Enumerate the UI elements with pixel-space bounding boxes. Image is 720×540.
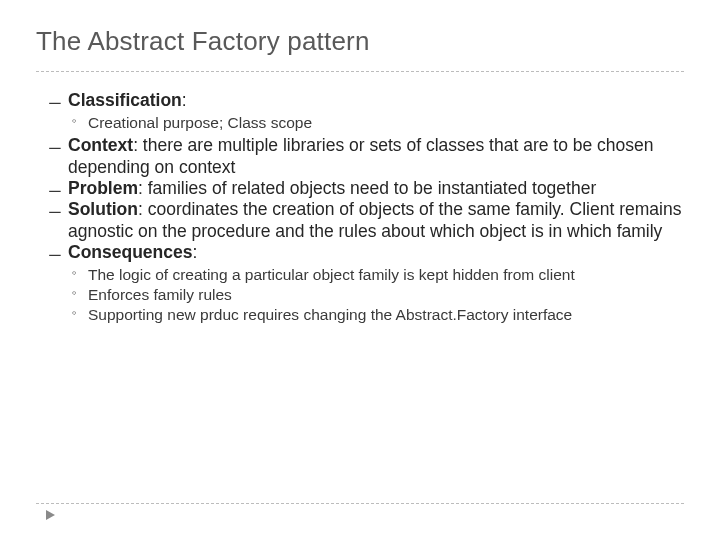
context-body: : there are multiple libraries or sets o… [68,135,654,176]
slide: The Abstract Factory pattern ─ Classific… [0,0,720,347]
classification-sub-0: ◦ Creational purpose; Class scope [72,113,684,133]
bullet-solution: ─ Solution: coordinates the creation of … [48,199,684,242]
divider-bottom [36,503,684,504]
sub-bullet-icon: ◦ [72,113,77,130]
consequences-sublist: ◦ The logic of creating a particular obj… [48,265,684,324]
bullet-icon: ─ [44,181,66,201]
sub-bullet-icon: ◦ [72,285,77,302]
sub-bullet-icon: ◦ [72,265,77,282]
bullet-icon: ─ [44,93,66,113]
consequences-sub-2-text: Supporting new prduc requires changing t… [88,306,572,323]
bullet-problem: ─ Problem: families of related objects n… [48,178,684,199]
bullet-context: ─ Context: there are multiple libraries … [48,135,684,178]
problem-label: Problem [68,178,138,198]
consequences-sub-0: ◦ The logic of creating a particular obj… [72,265,684,285]
consequences-colon: : [192,242,197,262]
sub-bullet-icon: ◦ [72,305,77,322]
bullet-classification: ─ Classification: [48,90,684,111]
bullet-icon: ─ [44,138,66,158]
slide-content: ─ Classification: ◦ Creational purpose; … [36,90,684,325]
bullet-consequences: ─ Consequences: [48,242,684,263]
bullet-icon: ─ [44,202,66,222]
consequences-sub-1-text: Enforces family rules [88,286,232,303]
consequences-label: Consequences [68,242,192,262]
classification-sublist: ◦ Creational purpose; Class scope [48,113,684,133]
solution-label: Solution [68,199,138,219]
play-marker-icon [46,510,55,520]
consequences-sub-0-text: The logic of creating a particular objec… [88,266,575,283]
consequences-sub-1: ◦ Enforces family rules [72,285,684,305]
classification-colon: : [182,90,187,110]
classification-label: Classification [68,90,182,110]
problem-body: : families of related objects need to be… [138,178,596,198]
divider-top [36,71,684,72]
consequences-sub-2: ◦ Supporting new prduc requires changing… [72,305,684,325]
classification-sub-0-text: Creational purpose; Class scope [88,114,312,131]
context-label: Context [68,135,133,155]
slide-title: The Abstract Factory pattern [36,26,684,57]
bullet-icon: ─ [44,245,66,265]
solution-body: : coordinates the creation of objects of… [68,199,681,240]
